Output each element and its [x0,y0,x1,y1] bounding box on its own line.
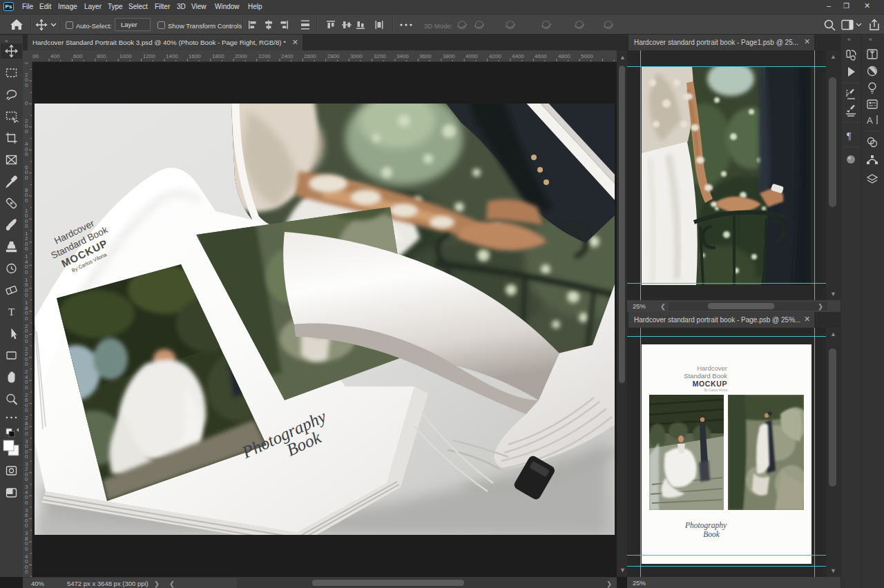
svg-text:Hardcover: Hardcover [697,364,727,372]
svg-text:2800: 2800 [327,53,340,59]
svg-text:¶: ¶ [847,131,852,141]
svg-text:0: 0 [25,453,28,460]
svg-text:400: 400 [50,53,60,59]
svg-text:4400: 4400 [512,53,524,59]
svg-text:600: 600 [73,53,83,59]
svg-text:0: 0 [25,197,28,204]
svg-text:00: 00 [32,53,39,59]
svg-text:3400: 3400 [396,53,409,59]
svg-text:5000: 5000 [581,53,593,59]
svg-text:Book: Book [703,530,720,538]
svg-text:A: A [867,115,873,126]
svg-text:2200: 2200 [258,53,271,59]
svg-text:1200: 1200 [143,53,155,59]
svg-text:MOCKUP: MOCKUP [693,380,727,388]
svg-text:0: 0 [25,546,28,552]
svg-text:0: 0 [25,128,28,135]
svg-text:0: 0 [25,269,28,275]
svg-text:4000: 4000 [465,53,478,59]
svg-text:0: 0 [25,315,28,322]
svg-text:2400: 2400 [281,53,294,59]
svg-text:800: 800 [97,53,106,59]
svg-text:1000: 1000 [119,53,132,59]
svg-text:0: 0 [25,407,28,413]
svg-text:4600: 4600 [535,53,547,59]
svg-text:3600: 3600 [419,53,432,59]
svg-text:«: « [847,36,851,43]
svg-text:4800: 4800 [558,53,570,59]
svg-text:0: 0 [25,384,28,391]
svg-text:2600: 2600 [304,53,316,59]
svg-text:Photography: Photography [684,521,727,530]
svg-text:0: 0 [25,223,28,229]
svg-text:3800: 3800 [443,53,455,59]
svg-text:2000: 2000 [235,53,247,59]
svg-text:«: « [869,36,872,43]
svg-text:0: 0 [25,338,28,344]
svg-text:By Carlos Viloria: By Carlos Viloria [704,389,728,392]
svg-text:T: T [8,306,15,317]
svg-text:0: 0 [25,431,28,437]
svg-text:0: 0 [25,292,28,298]
svg-text:0: 0 [25,522,28,529]
svg-text:Standard Book: Standard Book [684,372,727,380]
svg-text:0: 0 [25,569,28,575]
svg-text:0: 0 [25,175,28,181]
svg-text:0: 0 [25,476,28,482]
svg-text:0: 0 [25,62,28,66]
svg-text:1400: 1400 [166,53,178,59]
svg-text:0: 0 [25,82,28,88]
svg-text:0: 0 [25,500,28,506]
svg-text:0: 0 [25,361,28,367]
svg-text:1800: 1800 [212,53,224,59]
svg-text:0: 0 [25,246,28,252]
svg-text:0: 0 [25,151,28,157]
svg-text:1600: 1600 [189,53,201,59]
svg-text:3000: 3000 [350,53,363,59]
svg-text:4200: 4200 [489,53,501,59]
svg-text:3200: 3200 [374,53,386,59]
svg-text:0: 0 [25,100,28,106]
svg-text:»: » [5,38,8,44]
